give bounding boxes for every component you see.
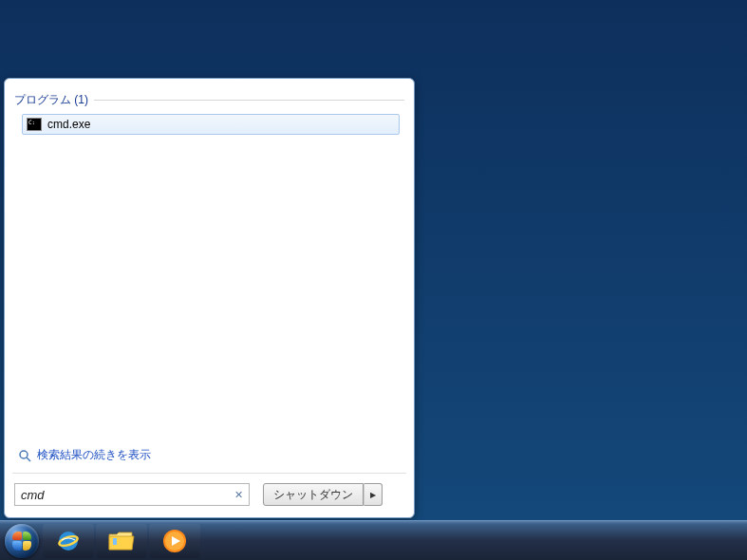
taskbar-item-file-explorer[interactable] (96, 524, 147, 558)
windows-orb-icon (5, 524, 39, 558)
start-button[interactable] (2, 521, 42, 561)
folder-icon (107, 529, 136, 553)
search-icon (18, 449, 31, 462)
search-input[interactable] (21, 488, 232, 502)
search-results-area: cmd.exe (14, 112, 404, 443)
svg-point-0 (20, 451, 28, 458)
cmd-icon (27, 118, 42, 131)
show-more-results-link[interactable]: 検索結果の続きを表示 (14, 443, 404, 473)
more-results-label: 検索結果の続きを表示 (37, 447, 151, 463)
result-label: cmd.exe (47, 118, 90, 131)
taskbar-item-internet-explorer[interactable] (43, 524, 94, 558)
shutdown-button-group: シャットダウン ▶ (263, 483, 383, 506)
section-divider-line (94, 100, 404, 101)
result-item-cmd[interactable]: cmd.exe (22, 114, 400, 135)
shutdown-button[interactable]: シャットダウン (263, 483, 364, 506)
search-box[interactable]: ✕ (14, 483, 250, 506)
svg-rect-4 (113, 538, 117, 545)
start-menu: プログラム (1) cmd.exe 検索結果の続きを表示 ✕ シャットダウン ▶ (4, 78, 415, 518)
internet-explorer-icon (55, 528, 82, 554)
taskbar-item-windows-media-player[interactable] (149, 524, 200, 558)
programs-section-header: プログラム (1) (14, 92, 404, 108)
shutdown-options-arrow[interactable]: ▶ (364, 483, 383, 506)
start-menu-bottom-row: ✕ シャットダウン ▶ (14, 481, 404, 508)
media-player-icon (161, 528, 188, 554)
svg-line-1 (27, 457, 30, 461)
taskbar (0, 520, 747, 560)
programs-section-label: プログラム (1) (14, 92, 94, 108)
divider (12, 473, 406, 474)
clear-search-icon[interactable]: ✕ (232, 488, 245, 501)
